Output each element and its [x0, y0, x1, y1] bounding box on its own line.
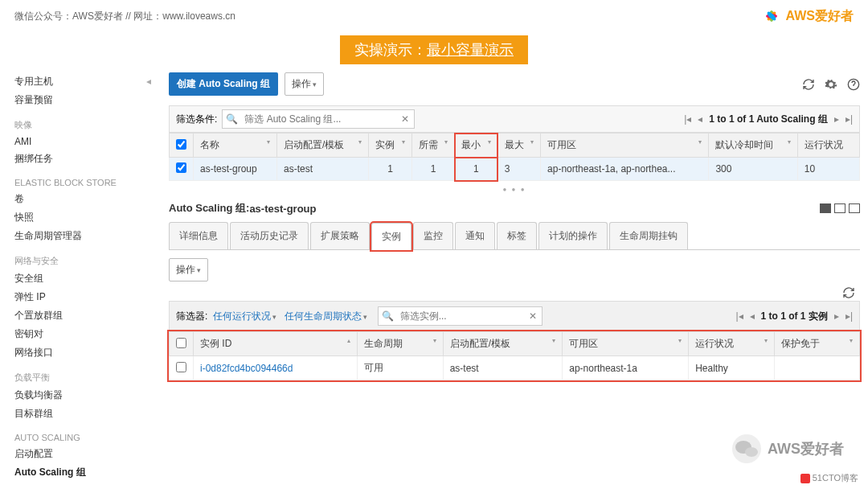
- select-all-instances-checkbox[interactable]: [176, 338, 186, 348]
- sidebar-item-capacity[interactable]: 容量预留: [0, 91, 145, 109]
- select-all-checkbox[interactable]: [176, 139, 186, 150]
- pager-text: 1 to 1 of 1 Auto Scaling 组: [709, 113, 828, 126]
- sidebar-item-bundle[interactable]: 捆绑任务: [0, 150, 145, 168]
- brand-text: AWS爱好者: [786, 8, 854, 25]
- resize-handle[interactable]: ● ● ●: [169, 181, 860, 198]
- col-launch2[interactable]: 启动配置/模板▾: [443, 332, 563, 356]
- tab-scaling[interactable]: 扩展策略: [310, 222, 370, 249]
- tab-instances[interactable]: 实例: [371, 223, 411, 250]
- clear-instance-search-button[interactable]: ✕: [524, 310, 542, 322]
- instance-search-input[interactable]: [397, 307, 524, 325]
- col-health2[interactable]: 运行状况▾: [689, 332, 774, 356]
- any-health-dropdown[interactable]: 任何运行状况▾: [213, 310, 276, 323]
- cell-protect: [774, 356, 859, 380]
- panel-title-prefix: Auto Scaling 组:: [169, 201, 249, 216]
- col-instance-id[interactable]: 实例 ID▴: [194, 332, 358, 356]
- tab-monitor[interactable]: 监控: [413, 222, 453, 249]
- col-lifecycle[interactable]: 生命周期▾: [358, 332, 443, 356]
- sidebar-item-eip[interactable]: 弹性 IP: [0, 288, 145, 306]
- sidebar-item-asg[interactable]: Auto Scaling 组: [0, 463, 145, 482]
- help-icon[interactable]: [847, 78, 860, 91]
- instance-row[interactable]: i-0d82fcd4bc094466d 可用 as-test ap-northe…: [170, 356, 860, 380]
- tab-scheduled[interactable]: 计划的操作: [538, 222, 608, 249]
- pager-first-icon[interactable]: |◂: [684, 113, 691, 125]
- col-desired[interactable]: 所需▾: [411, 134, 454, 158]
- tab-tags[interactable]: 标签: [497, 222, 537, 249]
- clear-search-button[interactable]: ✕: [396, 113, 414, 125]
- pager-first-icon[interactable]: |◂: [735, 310, 743, 322]
- pager-prev-icon[interactable]: ◂: [698, 113, 702, 125]
- pager-next-icon[interactable]: ▸: [834, 113, 839, 125]
- tab-detail[interactable]: 详细信息: [169, 222, 228, 249]
- brand-logo: AWS爱好者: [762, 6, 854, 26]
- watermark-text: AWS爱好者: [768, 439, 844, 458]
- filter2-label: 筛选器:: [176, 310, 207, 323]
- pager-next-icon[interactable]: ▸: [834, 310, 839, 322]
- sidebar-head-as: AUTO SCALING: [0, 423, 145, 445]
- refresh-icon[interactable]: [802, 78, 815, 91]
- col-protect[interactable]: 保护免于▾: [774, 332, 859, 356]
- col-name[interactable]: 名称▾: [194, 134, 277, 158]
- wechat-icon: [731, 433, 763, 465]
- asg-row[interactable]: as-test-group as-test 1 1 1 3 ap-northea…: [170, 158, 860, 181]
- sidebar-item-elb[interactable]: 负载均衡器: [0, 386, 145, 405]
- asg-search-input[interactable]: [241, 110, 396, 128]
- col-az[interactable]: 可用区▾: [541, 134, 709, 158]
- cell-health: 10: [797, 158, 859, 181]
- row-checkbox[interactable]: [176, 162, 186, 173]
- tab-notify[interactable]: 通知: [455, 222, 495, 249]
- col-az2[interactable]: 可用区▾: [563, 332, 689, 356]
- tab-hooks[interactable]: 生命周期挂钩: [609, 222, 688, 249]
- refresh-instances-icon[interactable]: [842, 286, 855, 299]
- instance-id-link[interactable]: i-0d82fcd4bc094466d: [200, 363, 293, 374]
- left-sidebar: ◂ 专用主机 容量预留 映像 AMI 捆绑任务 ELASTIC BLOCK ST…: [0, 72, 145, 482]
- sidebar-item-snapshots[interactable]: 快照: [0, 208, 145, 227]
- sidebar-item-sg[interactable]: 安全组: [0, 269, 145, 288]
- create-asg-button[interactable]: 创建 Auto Scaling 组: [169, 72, 278, 96]
- instances-table: 实例 ID▴ 生命周期▾ 启动配置/模板▾ 可用区▾ 运行状况▾ 保护免于▾ i…: [169, 331, 860, 380]
- search-icon: 🔍: [379, 310, 397, 322]
- sidebar-head-lb: 负载平衡: [0, 362, 145, 386]
- sidebar-item-placement[interactable]: 个置放群组: [0, 306, 145, 325]
- sidebar-item-keypair[interactable]: 密钥对: [0, 325, 145, 343]
- view-mode-1-icon[interactable]: [820, 203, 831, 213]
- sidebar-item-ami[interactable]: AMI: [0, 134, 145, 150]
- col-max[interactable]: 最大▾: [497, 134, 540, 158]
- search-icon: 🔍: [223, 113, 241, 125]
- col-cooldown[interactable]: 默认冷却时间▾: [709, 134, 797, 158]
- cell-cooldown: 300: [709, 158, 797, 181]
- watermark: AWS爱好者: [731, 433, 844, 465]
- sidebar-item-tg[interactable]: 目标群组: [0, 405, 145, 423]
- actions-dropdown[interactable]: 操作▾: [285, 72, 324, 96]
- view-mode-3-icon[interactable]: [849, 203, 860, 213]
- detail-tabs: 详细信息 活动历史记录 扩展策略 实例 监控 通知 标签 计划的操作 生命周期挂…: [169, 222, 860, 250]
- sidebar-item-launch-config[interactable]: 启动配置: [0, 445, 145, 463]
- gear-icon[interactable]: [825, 78, 837, 91]
- pager-last-icon[interactable]: ▸|: [845, 113, 853, 125]
- flower-icon: [762, 6, 781, 26]
- view-mode-2-icon[interactable]: [834, 203, 845, 213]
- tab-activity[interactable]: 活动历史记录: [230, 222, 309, 249]
- sidebar-item-dedicated-host[interactable]: 专用主机: [0, 72, 145, 91]
- any-lifecycle-dropdown[interactable]: 任何生命周期状态▾: [285, 310, 367, 323]
- cell-desired: 1: [411, 158, 454, 181]
- cell-az: ap-northeast-1a, ap-northea...: [541, 158, 709, 181]
- col-health[interactable]: 运行状况: [797, 134, 859, 158]
- pager-text: 1 to 1 of 1 实例: [761, 310, 828, 323]
- sidebar-item-lifecycle[interactable]: 生命周期管理器: [0, 227, 145, 245]
- instance-actions-dropdown[interactable]: 操作▾: [169, 258, 208, 281]
- sidebar-head-netsec: 网络与安全: [0, 245, 145, 269]
- svg-point-7: [745, 447, 758, 457]
- filter-label: 筛选条件:: [176, 113, 217, 126]
- sidebar-item-eni[interactable]: 网络接口: [0, 343, 145, 362]
- sidebar-item-volumes[interactable]: 卷: [0, 190, 145, 208]
- instance-row-checkbox[interactable]: [176, 362, 186, 372]
- col-launch[interactable]: 启动配置/模板▾: [277, 134, 369, 158]
- pager-last-icon[interactable]: ▸|: [845, 310, 853, 322]
- cell-min: 1: [455, 158, 497, 181]
- pager-prev-icon[interactable]: ◂: [750, 310, 755, 322]
- instance-filter-bar: 筛选器: 任何运行状况▾ 任何生命周期状态▾ 🔍 ✕ |◂ ◂ 1 to 1 o…: [169, 301, 860, 331]
- col-min[interactable]: 最小▾: [455, 134, 497, 158]
- col-instances[interactable]: 实例▾: [369, 134, 411, 158]
- corner-credit: 51CTO博客: [800, 472, 858, 484]
